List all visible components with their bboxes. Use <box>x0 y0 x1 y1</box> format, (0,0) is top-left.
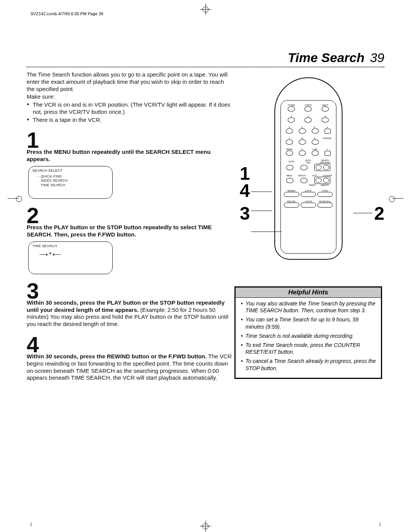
step-1-bold: Press the MENU button repeatedly until t… <box>27 149 210 162</box>
menu-button-icon <box>286 178 293 183</box>
make-sure-item: The VCR is on and is in VCR position. (T… <box>27 101 232 116</box>
hint-item: To cancel a Time Search already in progr… <box>241 358 377 371</box>
step-number-2: 2 <box>27 206 232 225</box>
hint-item: You can set a Time Search for up to 9 ho… <box>241 316 377 330</box>
hint-item: You may also activate the Time Search by… <box>241 300 377 314</box>
helpful-hints-box: Helpful Hints You may also activate the … <box>234 286 382 379</box>
registration-mark-top <box>200 9 211 10</box>
eject-button-icon <box>322 106 329 112</box>
search-group-icon <box>314 164 330 171</box>
hint-item: Time Search is not available during reco… <box>241 332 377 339</box>
play-button-icon <box>301 192 316 197</box>
registration-mark-right <box>392 198 403 199</box>
callout-4: 4 <box>240 180 250 201</box>
make-sure-item: There is a tape in the VCR. <box>27 117 232 124</box>
rewind-button-icon <box>284 192 299 197</box>
power-button-icon <box>288 106 295 112</box>
ch-up-icon <box>325 129 331 134</box>
corner-mark-left: ⌊ <box>30 522 32 527</box>
page-title: Time Search <box>288 50 365 65</box>
registration-mark-left <box>8 198 19 199</box>
step-number-1: 1 <box>27 130 232 150</box>
remote-control-diagram: POWERVCR/TVEJECT 123 456▲ 789CHANNEL SPE… <box>274 77 342 260</box>
step-number-4: 4 <box>27 335 232 355</box>
ffwd-button-icon <box>317 192 333 197</box>
make-sure-label: Make sure: <box>27 93 232 101</box>
step-number-3: 3 <box>27 281 232 301</box>
intro-text: The Time Search function allows you to g… <box>27 71 232 93</box>
corner-mark-right: ⌋ <box>379 522 381 527</box>
registration-mark-bottom <box>200 526 211 526</box>
vcrtv-button-icon <box>304 106 312 112</box>
step-4-bold: Within 30 seconds, press the REWIND butt… <box>27 353 207 359</box>
print-slug: SVZ142.comb 4/7/99 6:30 PM Page 39 <box>30 11 384 16</box>
stop-button-icon <box>301 203 316 208</box>
step-2-bold: Press the PLAY button or the STOP button… <box>27 224 212 238</box>
callout-2: 2 <box>374 203 384 224</box>
callout-3: 3 <box>240 203 250 224</box>
blink-icon: ⟶＊⟵ <box>39 251 108 258</box>
osd-time-search: TIME SEARCH ⟶＊⟵ <box>28 241 113 274</box>
osd-search-select: SEARCH SELECT → QUICK-FIND INDEX SEARCH … <box>28 166 113 199</box>
hints-title: Helpful Hints <box>236 288 381 298</box>
hint-item: To exit Time Search mode, press the COUN… <box>241 342 377 355</box>
page-number: 39 <box>370 50 384 65</box>
